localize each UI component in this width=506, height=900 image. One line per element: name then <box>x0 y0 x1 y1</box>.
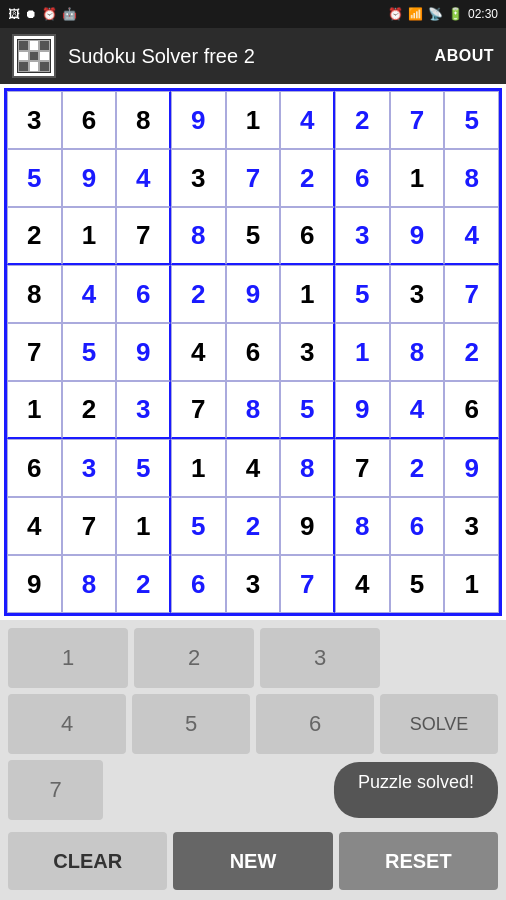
cell-7-6[interactable]: 8 <box>335 497 390 555</box>
cell-2-7[interactable]: 9 <box>390 207 445 265</box>
cell-7-5[interactable]: 9 <box>280 497 335 555</box>
cell-4-3[interactable]: 4 <box>171 323 226 381</box>
cell-4-2[interactable]: 9 <box>116 323 171 381</box>
cell-0-6[interactable]: 2 <box>335 91 390 149</box>
num-btn-1[interactable]: 1 <box>8 628 128 688</box>
num-btn-2[interactable]: 2 <box>134 628 254 688</box>
cell-5-1[interactable]: 2 <box>62 381 117 439</box>
sudoku-grid: 3689142755943726182178563948462915377594… <box>4 88 502 616</box>
cell-6-1[interactable]: 3 <box>62 439 117 497</box>
cell-2-2[interactable]: 7 <box>116 207 171 265</box>
num-btn-3[interactable]: 3 <box>260 628 380 688</box>
cell-1-0[interactable]: 5 <box>7 149 62 207</box>
cell-0-7[interactable]: 7 <box>390 91 445 149</box>
cell-6-2[interactable]: 5 <box>116 439 171 497</box>
cell-3-0[interactable]: 8 <box>7 265 62 323</box>
new-button[interactable]: NEW <box>173 832 332 890</box>
cell-4-6[interactable]: 1 <box>335 323 390 381</box>
cell-7-2[interactable]: 1 <box>116 497 171 555</box>
num-btn-6[interactable]: 6 <box>256 694 374 754</box>
cell-0-3[interactable]: 9 <box>171 91 226 149</box>
cell-4-8[interactable]: 2 <box>444 323 499 381</box>
cell-7-3[interactable]: 5 <box>171 497 226 555</box>
cell-1-3[interactable]: 3 <box>171 149 226 207</box>
cell-8-8[interactable]: 1 <box>444 555 499 613</box>
cell-2-0[interactable]: 2 <box>7 207 62 265</box>
cell-8-7[interactable]: 5 <box>390 555 445 613</box>
cell-5-5[interactable]: 5 <box>280 381 335 439</box>
clear-button[interactable]: CLEAR <box>8 832 167 890</box>
cell-0-0[interactable]: 3 <box>7 91 62 149</box>
num-btn-4[interactable]: 4 <box>8 694 126 754</box>
cell-1-4[interactable]: 7 <box>226 149 281 207</box>
cell-5-4[interactable]: 8 <box>226 381 281 439</box>
cell-4-7[interactable]: 8 <box>390 323 445 381</box>
cell-6-8[interactable]: 9 <box>444 439 499 497</box>
wifi-icon: 📶 <box>408 7 423 21</box>
cell-1-2[interactable]: 4 <box>116 149 171 207</box>
cell-6-0[interactable]: 6 <box>7 439 62 497</box>
cell-2-8[interactable]: 4 <box>444 207 499 265</box>
cell-5-0[interactable]: 1 <box>7 381 62 439</box>
status-left: 🖼 ⏺ ⏰ 🤖 <box>8 7 77 21</box>
cell-8-1[interactable]: 8 <box>62 555 117 613</box>
cell-3-7[interactable]: 3 <box>390 265 445 323</box>
cell-0-1[interactable]: 6 <box>62 91 117 149</box>
cell-7-7[interactable]: 6 <box>390 497 445 555</box>
num-btn-5[interactable]: 5 <box>132 694 250 754</box>
cell-3-8[interactable]: 7 <box>444 265 499 323</box>
app-bar: Sudoku Solver free 2 ABOUT <box>0 28 506 84</box>
cell-4-5[interactable]: 3 <box>280 323 335 381</box>
cell-8-0[interactable]: 9 <box>7 555 62 613</box>
cell-5-7[interactable]: 4 <box>390 381 445 439</box>
cell-2-6[interactable]: 3 <box>335 207 390 265</box>
cell-8-6[interactable]: 4 <box>335 555 390 613</box>
cell-6-7[interactable]: 2 <box>390 439 445 497</box>
cell-3-6[interactable]: 5 <box>335 265 390 323</box>
cell-1-6[interactable]: 6 <box>335 149 390 207</box>
num-btn-7[interactable]: 7 <box>8 760 103 820</box>
cell-2-3[interactable]: 8 <box>171 207 226 265</box>
cell-2-1[interactable]: 1 <box>62 207 117 265</box>
cell-0-4[interactable]: 1 <box>226 91 281 149</box>
solve-button[interactable]: SOLVE <box>380 694 498 754</box>
cell-3-4[interactable]: 9 <box>226 265 281 323</box>
cell-2-5[interactable]: 6 <box>280 207 335 265</box>
cell-6-4[interactable]: 4 <box>226 439 281 497</box>
screenshot-icon: 🖼 <box>8 7 20 21</box>
cell-7-1[interactable]: 7 <box>62 497 117 555</box>
cell-5-2[interactable]: 3 <box>116 381 171 439</box>
cell-1-8[interactable]: 8 <box>444 149 499 207</box>
cell-8-3[interactable]: 6 <box>171 555 226 613</box>
status-right: ⏰ 📶 📡 🔋 02:30 <box>388 7 498 21</box>
cell-8-4[interactable]: 3 <box>226 555 281 613</box>
cell-3-2[interactable]: 6 <box>116 265 171 323</box>
cell-4-0[interactable]: 7 <box>7 323 62 381</box>
cell-0-5[interactable]: 4 <box>280 91 335 149</box>
cell-7-0[interactable]: 4 <box>7 497 62 555</box>
cell-5-6[interactable]: 9 <box>335 381 390 439</box>
cell-5-3[interactable]: 7 <box>171 381 226 439</box>
cell-3-3[interactable]: 2 <box>171 265 226 323</box>
cell-5-8[interactable]: 6 <box>444 381 499 439</box>
cell-0-2[interactable]: 8 <box>116 91 171 149</box>
cell-2-4[interactable]: 5 <box>226 207 281 265</box>
cell-6-5[interactable]: 8 <box>280 439 335 497</box>
reset-button[interactable]: RESET <box>339 832 498 890</box>
cell-6-3[interactable]: 1 <box>171 439 226 497</box>
alarm-icon: ⏰ <box>42 7 57 21</box>
cell-7-4[interactable]: 2 <box>226 497 281 555</box>
cell-3-5[interactable]: 1 <box>280 265 335 323</box>
cell-4-1[interactable]: 5 <box>62 323 117 381</box>
about-button[interactable]: ABOUT <box>435 47 494 65</box>
cell-6-6[interactable]: 7 <box>335 439 390 497</box>
cell-3-1[interactable]: 4 <box>62 265 117 323</box>
cell-8-5[interactable]: 7 <box>280 555 335 613</box>
cell-1-7[interactable]: 1 <box>390 149 445 207</box>
cell-4-4[interactable]: 6 <box>226 323 281 381</box>
cell-7-8[interactable]: 3 <box>444 497 499 555</box>
cell-8-2[interactable]: 2 <box>116 555 171 613</box>
cell-0-8[interactable]: 5 <box>444 91 499 149</box>
cell-1-5[interactable]: 2 <box>280 149 335 207</box>
cell-1-1[interactable]: 9 <box>62 149 117 207</box>
